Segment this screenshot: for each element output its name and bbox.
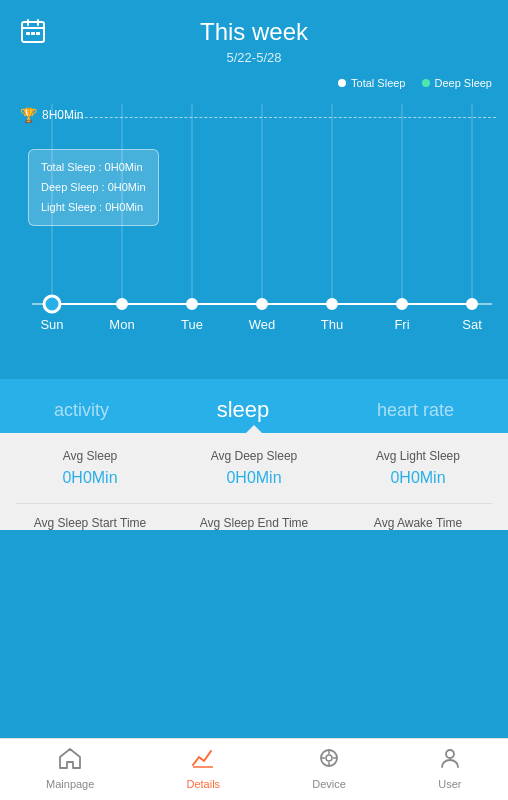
tabs-container: activity sleep heart rate [0,379,508,433]
svg-point-19 [327,299,337,309]
svg-text:Sat: Sat [462,317,482,332]
svg-rect-6 [36,32,40,35]
svg-rect-4 [26,32,30,35]
nav-user[interactable]: User [438,747,462,790]
stat-avg-deep-label: Avg Deep Sleep [172,449,336,463]
nav-user-label: User [438,778,461,790]
tooltip-deep-sleep: Deep Sleep : 0H0Min [41,178,146,198]
stats-section: Avg Sleep 0H0Min Avg Deep Sleep 0H0Min A… [0,433,508,530]
svg-point-20 [397,299,407,309]
device-icon [317,747,341,775]
chart-tooltip: Total Sleep : 0H0Min Deep Sleep : 0H0Min… [28,149,159,226]
svg-text:Mon: Mon [109,317,134,332]
svg-rect-5 [31,32,35,35]
stat-avg-deep-value: 0H0Min [172,469,336,487]
page-title: This week [0,18,508,46]
chart-legend: Total Sleep Deep Sleep [0,73,508,89]
svg-point-22 [44,296,60,312]
tab-sleep[interactable]: sleep [197,393,290,427]
svg-point-37 [446,750,454,758]
date-range: 5/22-5/28 [0,50,508,65]
legend-dot-deep [422,79,430,87]
nav-details[interactable]: Details [186,747,220,790]
legend-dot-total [338,79,346,87]
tab-heart-rate[interactable]: heart rate [357,396,474,425]
svg-text:Fri: Fri [394,317,409,332]
stat-avg-sleep-label: Avg Sleep [8,449,172,463]
calendar-icon[interactable] [20,18,46,50]
header: This week 5/22-5/28 [0,0,508,73]
stat-awake-label: Avg Awake Time [336,516,500,530]
trophy-icon: 🏆 [20,107,37,123]
stat-avg-light-value: 0H0Min [336,469,500,487]
svg-text:Thu: Thu [321,317,343,332]
svg-point-21 [467,299,477,309]
stats-row-1: Avg Sleep 0H0Min Avg Deep Sleep 0H0Min A… [0,449,508,503]
stat-avg-sleep: Avg Sleep 0H0Min [8,449,172,487]
nav-mainpage-label: Mainpage [46,778,94,790]
nav-mainpage[interactable]: Mainpage [46,747,94,790]
user-icon [438,747,462,775]
svg-text:Tue: Tue [181,317,203,332]
svg-point-17 [187,299,197,309]
svg-point-16 [117,299,127,309]
stat-sleep-end: Avg Sleep End Time [172,516,336,530]
nav-device-label: Device [312,778,346,790]
svg-point-18 [257,299,267,309]
chart-y-label: 🏆 8H0Min [20,107,83,123]
home-icon [58,747,82,775]
svg-text:Sun: Sun [40,317,63,332]
details-icon [191,747,215,775]
legend-label-deep: Deep Sleep [435,77,493,89]
nav-device[interactable]: Device [312,747,346,790]
stat-awake: Avg Awake Time [336,516,500,530]
tab-activity[interactable]: activity [34,396,129,425]
chart-container: 🏆 8H0Min Sun Mon Tue Wed Thu Fri Sat [0,89,508,379]
tooltip-light-sleep: Light Sleep : 0H0Min [41,198,146,218]
stat-avg-light-sleep: Avg Light Sleep 0H0Min [336,449,500,487]
stat-avg-sleep-value: 0H0Min [8,469,172,487]
legend-label-total: Total Sleep [351,77,405,89]
nav-details-label: Details [186,778,220,790]
legend-deep-sleep: Deep Sleep [422,77,493,89]
bottom-nav: Mainpage Details Device [0,738,508,800]
stat-avg-light-label: Avg Light Sleep [336,449,500,463]
stat-sleep-start-label: Avg Sleep Start Time [8,516,172,530]
stat-sleep-start: Avg Sleep Start Time [8,516,172,530]
svg-point-32 [326,755,332,761]
legend-total-sleep: Total Sleep [338,77,405,89]
svg-text:Wed: Wed [249,317,276,332]
tooltip-total-sleep: Total Sleep : 0H0Min [41,158,146,178]
stat-avg-deep-sleep: Avg Deep Sleep 0H0Min [172,449,336,487]
tab-indicator [246,425,262,433]
stat-sleep-end-label: Avg Sleep End Time [172,516,336,530]
stats-row-2: Avg Sleep Start Time Avg Sleep End Time … [0,504,508,530]
chart-dashed-line [60,117,496,118]
